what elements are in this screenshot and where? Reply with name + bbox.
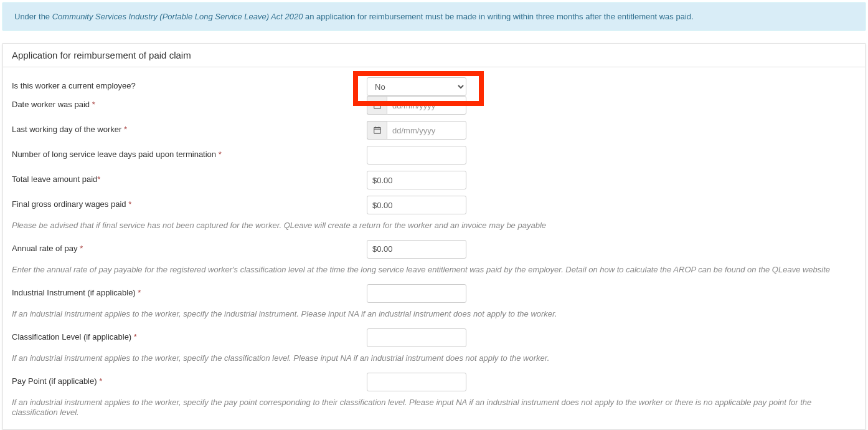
label-industrial-instrument-text: Industrial Instrument (if applicable)	[12, 288, 138, 297]
input-date-paid[interactable]	[387, 96, 466, 115]
input-lsl-days[interactable]	[367, 146, 466, 165]
svg-rect-0	[374, 103, 380, 109]
required-marker: *	[80, 244, 83, 253]
row-date-paid: Date worker was paid *	[3, 96, 865, 121]
row-lsl-days: Number of long service leave days paid u…	[3, 146, 865, 171]
label-final-gross-wages: Final gross ordinary wages paid *	[12, 196, 367, 209]
row-current-employee: Is this worker a current employee? No Ye…	[3, 67, 865, 96]
row-classification-level: Classification Level (if applicable) *	[3, 328, 865, 353]
last-working-day-group	[367, 121, 466, 140]
panel-body: Is this worker a current employee? No Ye…	[3, 67, 865, 429]
input-total-leave-amount[interactable]	[367, 171, 466, 189]
input-pay-point[interactable]	[367, 373, 466, 391]
label-date-paid-text: Date worker was paid	[12, 100, 92, 109]
svg-rect-4	[374, 128, 380, 134]
label-pay-point-text: Pay Point (if applicable)	[12, 376, 99, 386]
label-classification-level: Classification Level (if applicable) *	[12, 328, 367, 342]
input-final-gross-wages[interactable]	[367, 196, 466, 214]
help-classification-level: If an industrial instrument applies to t…	[3, 353, 865, 373]
reimbursement-panel: Application for reimbursement of paid cl…	[2, 43, 866, 430]
label-pay-point: Pay Point (if applicable) *	[12, 373, 367, 386]
label-lsl-days: Number of long service leave days paid u…	[12, 146, 367, 159]
row-annual-rate: Annual rate of pay *	[3, 240, 865, 265]
required-marker: *	[92, 100, 95, 109]
help-final-gross-wages: Please be advised that if final service …	[3, 221, 865, 240]
row-pay-point: Pay Point (if applicable) *	[3, 373, 865, 398]
date-paid-group	[367, 96, 466, 115]
help-annual-rate: Enter the annual rate of pay payable for…	[3, 265, 865, 284]
label-classification-level-text: Classification Level (if applicable)	[12, 332, 134, 342]
required-marker: *	[134, 332, 137, 342]
label-last-working-day-text: Last working day of the worker	[12, 125, 124, 134]
required-marker: *	[124, 125, 127, 134]
label-current-employee: Is this worker a current employee?	[12, 77, 367, 90]
required-marker: *	[99, 376, 102, 386]
banner-suffix: an application for reimbursement must be…	[303, 12, 693, 21]
row-industrial-instrument: Industrial Instrument (if applicable) *	[3, 284, 865, 309]
label-lsl-days-text: Number of long service leave days paid u…	[12, 150, 219, 159]
input-last-working-day[interactable]	[387, 121, 466, 140]
label-total-leave-amount: Total leave amount paid*	[12, 171, 367, 184]
label-final-gross-wages-text: Final gross ordinary wages paid	[12, 199, 128, 209]
calendar-icon[interactable]	[367, 96, 387, 115]
info-banner: Under the Community Services Industry (P…	[2, 2, 866, 31]
help-pay-point: If an industrial instrument applies to t…	[3, 398, 865, 430]
required-marker: *	[219, 150, 222, 159]
label-total-leave-amount-text: Total leave amount paid	[12, 174, 97, 184]
select-current-employee[interactable]: No Yes	[367, 77, 466, 96]
panel-title: Application for reimbursement of paid cl…	[3, 44, 865, 67]
row-total-leave-amount: Total leave amount paid*	[3, 171, 865, 196]
required-marker: *	[128, 199, 131, 209]
banner-prefix: Under the	[14, 12, 52, 21]
calendar-icon[interactable]	[367, 121, 387, 140]
help-industrial-instrument: If an industrial instrument applies to t…	[3, 309, 865, 328]
required-marker: *	[138, 288, 141, 297]
label-annual-rate-text: Annual rate of pay	[12, 244, 80, 253]
input-classification-level[interactable]	[367, 328, 466, 347]
label-last-working-day: Last working day of the worker *	[12, 121, 367, 134]
row-final-gross-wages: Final gross ordinary wages paid *	[3, 196, 865, 221]
banner-act-title: Community Services Industry (Portable Lo…	[52, 12, 303, 21]
row-last-working-day: Last working day of the worker *	[3, 121, 865, 146]
input-annual-rate[interactable]	[367, 240, 466, 259]
label-date-paid: Date worker was paid *	[12, 96, 367, 109]
label-annual-rate: Annual rate of pay *	[12, 240, 367, 253]
label-industrial-instrument: Industrial Instrument (if applicable) *	[12, 284, 367, 297]
required-marker: *	[97, 174, 100, 184]
input-industrial-instrument[interactable]	[367, 284, 466, 303]
